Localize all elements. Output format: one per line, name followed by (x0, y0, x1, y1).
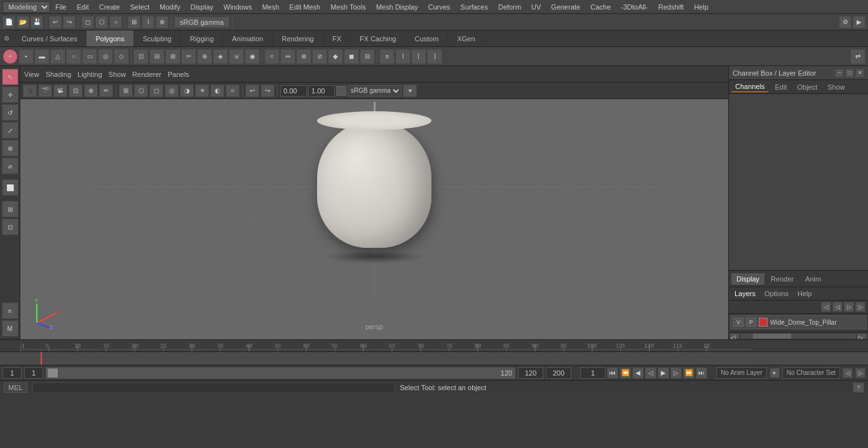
reduce-icon[interactable]: ⊟ (360, 49, 375, 64)
snap-curve-button[interactable]: ⌇ (142, 16, 154, 29)
undo-button[interactable]: ↩ (49, 16, 62, 29)
menu-mesh-display[interactable]: Mesh Display (371, 2, 423, 12)
menu-mesh-tools[interactable]: Mesh Tools (325, 2, 370, 12)
light-icon[interactable]: ☀ (195, 85, 209, 97)
char-set-arrow2[interactable]: ▷ (855, 368, 865, 378)
fill-hole-icon[interactable]: ◼ (344, 49, 359, 64)
menu-help[interactable]: Help (689, 2, 714, 12)
paint-select-button[interactable]: ○ (109, 16, 122, 29)
menu-cache[interactable]: Cache (585, 2, 616, 12)
x-coord-input[interactable] (280, 85, 307, 97)
menu-mesh[interactable]: Mesh (257, 2, 284, 12)
command-line[interactable] (32, 383, 395, 393)
tab-show[interactable]: Show (824, 82, 849, 92)
tab-channels[interactable]: Channels (731, 81, 768, 92)
uncrease-icon[interactable]: ⌇ (395, 49, 410, 64)
menu-3dto[interactable]: -3DtoAll- (616, 2, 653, 12)
timeline-ruler[interactable]: 1 5 10 15 20 25 30 35 40 45 50 55 60 (0, 340, 868, 352)
merge-icon[interactable]: ⊎ (229, 49, 244, 64)
live-surface-button[interactable]: sRGB gamma (174, 17, 229, 28)
y-coord-input[interactable] (308, 85, 335, 97)
pivot-icon[interactable]: ⊕ (84, 85, 98, 97)
tab-polygons[interactable]: Polygons (86, 31, 133, 46)
range-end-input[interactable] (518, 367, 543, 379)
prev-frame-button[interactable]: ◀ (632, 367, 644, 379)
menu-windows[interactable]: Windows (219, 2, 257, 12)
layer-subtab-layers[interactable]: Layers (731, 288, 759, 299)
grid-toggle-icon[interactable]: ⊞ (119, 85, 133, 97)
timeline-slider[interactable]: 120 (46, 367, 515, 379)
scroll-right-btn[interactable]: ▷ (858, 334, 867, 339)
current-frame-input[interactable] (24, 367, 43, 379)
undo-cam-icon[interactable]: ↩ (245, 85, 259, 97)
right-scrollbar[interactable]: ◁ ▷ (729, 332, 868, 339)
tab-custom[interactable]: Custom (406, 31, 449, 46)
collapse-button[interactable]: ─ (835, 69, 844, 78)
redo-button[interactable]: ↪ (63, 16, 76, 29)
snap-layout[interactable]: ⊡ (2, 219, 18, 235)
layer-item[interactable]: V P Wide_Dome_Top_Pillar (730, 315, 867, 329)
char-set-selector[interactable]: No Character Set (782, 367, 840, 379)
tab-object[interactable]: Object (793, 82, 821, 92)
cut-icon[interactable]: ✂ (181, 49, 196, 64)
close-button[interactable]: ✕ (855, 69, 864, 78)
layer-btn3[interactable]: ▷ (844, 302, 854, 312)
tab-rendering[interactable]: Rendering (273, 31, 323, 46)
extrude-icon[interactable]: ⊡ (133, 49, 149, 64)
menu-deform[interactable]: Deform (493, 2, 526, 12)
prev-key-button[interactable]: ⏪ (620, 367, 631, 379)
layer-subtab-help[interactable]: Help (794, 288, 815, 299)
plane-icon[interactable]: ▭ (82, 49, 97, 64)
tab-rigging[interactable]: Rigging (181, 31, 223, 46)
color-settings-icon[interactable]: ▾ (403, 85, 417, 97)
menu-edit-mesh[interactable]: Edit Mesh (284, 2, 325, 12)
menu-create[interactable]: Create (94, 2, 125, 12)
settings-icon[interactable]: ⚙ (0, 31, 13, 46)
menu-edit[interactable]: Edit (72, 2, 94, 12)
select-tool-left[interactable]: ↖ (2, 69, 18, 85)
layer-tab-anim[interactable]: Anim (800, 273, 826, 285)
append-icon[interactable]: ⊞ (165, 49, 180, 64)
menu-surfaces[interactable]: Surfaces (456, 2, 493, 12)
layer-btn4[interactable]: ▷ (855, 302, 865, 312)
viewport-menu-show[interactable]: Show (109, 71, 126, 78)
bridge-icon[interactable]: ⊟ (149, 49, 165, 64)
scale-tool[interactable]: ⤢ (2, 122, 18, 139)
timeline-playhead[interactable] (0, 352, 868, 365)
new-file-button[interactable]: 📄 (3, 16, 15, 29)
playhead-thumb[interactable] (48, 369, 58, 377)
menu-display[interactable]: Display (186, 2, 219, 12)
menu-select[interactable]: Select (125, 2, 155, 12)
layer-subtab-options[interactable]: Options (761, 288, 792, 299)
crease-icon[interactable]: ⌆ (379, 49, 395, 64)
sphere-icon[interactable]: ⚬ (3, 49, 18, 64)
tab-curves-surfaces[interactable]: Curves / Surfaces (13, 31, 86, 46)
viewport-menu-panels[interactable]: Panels (168, 71, 189, 78)
hard-edge-icon[interactable]: ⌉ (427, 49, 442, 64)
viewport-menu-lighting[interactable]: Lighting (78, 71, 102, 78)
layer-color[interactable] (759, 318, 768, 327)
wireframe-icon[interactable]: ⬡ (134, 85, 148, 97)
mirror-icon[interactable]: ⇔ (280, 49, 295, 64)
go-start-button[interactable]: ⏮ (607, 367, 618, 379)
select-tool-button[interactable]: ◻ (81, 16, 94, 29)
target-weld-icon[interactable]: ◉ (245, 49, 260, 64)
snap-point-button[interactable]: ⊕ (156, 16, 168, 29)
render-button[interactable]: ▶ (853, 16, 865, 29)
combine-icon[interactable]: ⊗ (296, 49, 311, 64)
shading-icon[interactable]: ◑ (180, 85, 194, 97)
help-button[interactable]: ? (853, 383, 864, 393)
mode-selector[interactable]: Modeling (3, 1, 50, 13)
viewport-menu-view[interactable]: View (24, 71, 39, 78)
menu-file[interactable]: File (50, 2, 72, 12)
rotate-tool[interactable]: ↺ (2, 104, 18, 121)
torus-icon[interactable]: ○ (66, 49, 81, 64)
next-frame-button[interactable]: ▷ (670, 367, 682, 379)
xray-icon[interactable]: ◻ (149, 85, 163, 97)
anim-layer-arrow[interactable]: ▾ (770, 368, 780, 378)
frame-counter[interactable] (580, 367, 606, 379)
char-set-arrow1[interactable]: ◁ (843, 368, 853, 378)
next-key-button[interactable]: ⏩ (683, 367, 695, 379)
cube-icon[interactable]: ▪ (18, 49, 34, 64)
scroll-left-btn[interactable]: ◁ (730, 334, 739, 339)
